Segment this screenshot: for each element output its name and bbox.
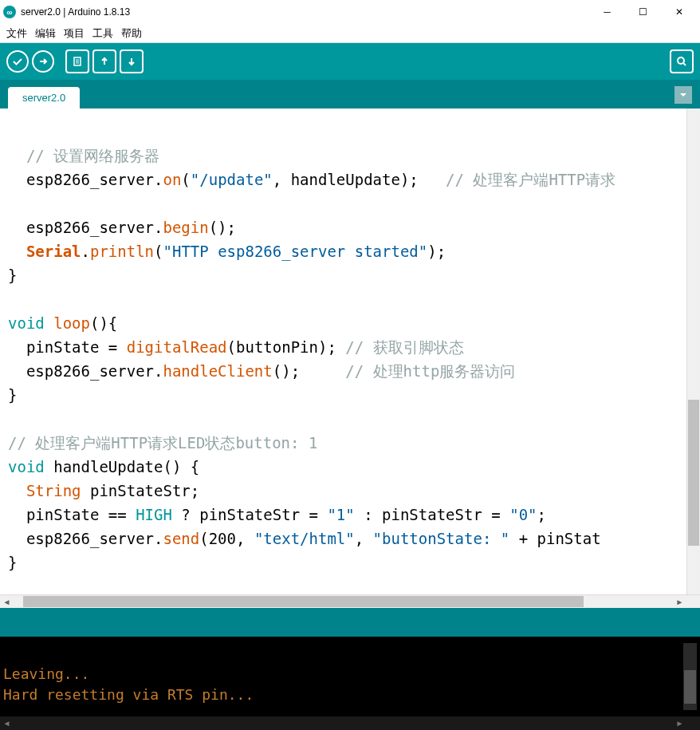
code-comment: // 设置网络服务器 [8,147,159,164]
editor-vertical-scrollbar[interactable] [686,109,700,594]
console-vertical-scrollbar[interactable] [683,643,697,710]
scrollbar-thumb[interactable] [688,400,699,546]
editor-area: // 设置网络服务器 esp8266_server.on("/update", … [0,109,700,594]
arduino-app-icon [3,6,16,18]
menu-sketch[interactable]: 项目 [61,25,88,42]
window-title: server2.0 | Arduino 1.8.13 [21,6,589,18]
output-console: Leaving... Hard resetting via RTS pin... [0,637,700,716]
serial-monitor-button[interactable] [670,49,694,73]
save-sketch-button[interactable] [120,49,144,73]
open-sketch-button[interactable] [92,49,116,73]
console-line: Leaving... [3,665,89,682]
scroll-right-arrow[interactable]: ► [673,595,686,608]
toolbar [0,43,700,80]
tab-menu-dropdown[interactable] [674,86,692,104]
maximize-button[interactable]: ☐ [625,0,661,24]
tab-server2[interactable]: server2.0 [8,87,80,109]
scroll-right-arrow[interactable]: ► [673,716,686,730]
scrollbar-thumb[interactable] [23,596,584,607]
code-editor[interactable]: // 设置网络服务器 esp8266_server.on("/update", … [0,109,686,594]
menu-file[interactable]: 文件 [3,25,30,42]
upload-button[interactable] [32,50,54,73]
menu-tools[interactable]: 工具 [89,25,116,42]
menu-help[interactable]: 帮助 [118,25,145,42]
close-button[interactable]: ✕ [661,0,697,24]
minimize-button[interactable]: ─ [589,0,625,24]
statusbar [0,608,700,637]
code-comment: // 处理客户端HTTP请求LED状态button: 1 [8,434,317,452]
scroll-left-arrow[interactable]: ◄ [0,595,14,608]
menu-edit[interactable]: 编辑 [32,25,59,42]
menubar: 文件 编辑 项目 工具 帮助 [0,24,700,43]
svg-point-1 [678,57,684,64]
editor-horizontal-scrollbar[interactable]: ◄ ► [0,594,700,608]
new-sketch-button[interactable] [65,49,89,73]
tabbar: server2.0 [0,80,700,109]
scroll-left-arrow[interactable]: ◄ [0,716,14,730]
console-horizontal-scrollbar[interactable]: ◄ ► [0,716,700,730]
verify-button[interactable] [6,50,29,73]
window-titlebar: server2.0 | Arduino 1.8.13 ─ ☐ ✕ [0,0,700,24]
console-line: Hard resetting via RTS pin... [3,686,254,703]
